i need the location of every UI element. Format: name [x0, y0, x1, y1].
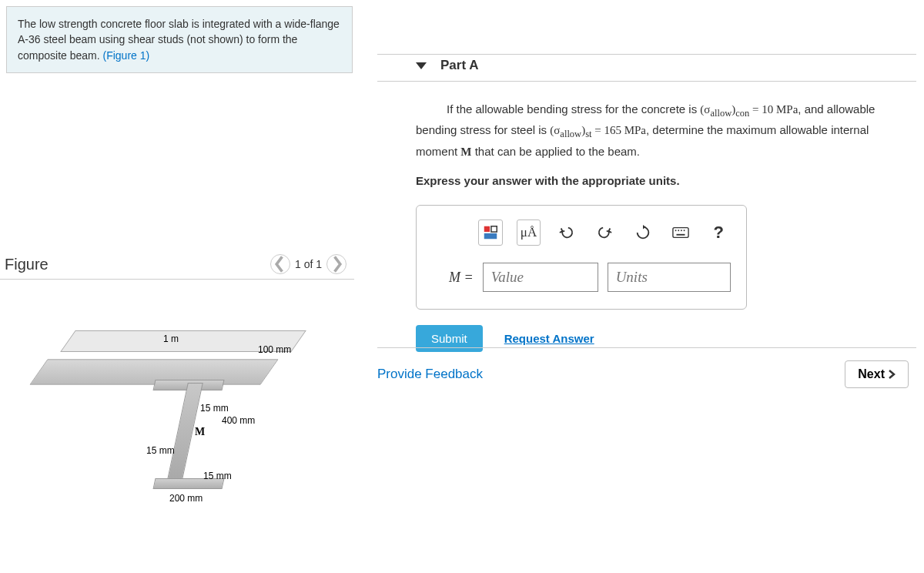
figure-canvas: 1 m 100 mm 15 mm 400 mm M 15 mm 15 mm 20…	[0, 303, 354, 549]
svg-point-6	[681, 230, 682, 232]
units-symbol-button[interactable]: μÅ	[517, 219, 541, 246]
dim-web-h: 400 mm	[222, 415, 255, 426]
footer-row: Provide Feedback Next	[377, 347, 916, 388]
next-button[interactable]: Next	[845, 360, 909, 388]
template-button[interactable]	[478, 219, 503, 246]
undo-button[interactable]	[554, 219, 578, 246]
variable-label: M =	[449, 270, 474, 286]
svg-rect-8	[676, 234, 685, 236]
request-answer-link[interactable]: Request Answer	[504, 332, 594, 345]
prev-figure-button[interactable]	[270, 254, 290, 274]
question-column: Part A If the allowable bending stress f…	[377, 54, 916, 352]
next-figure-button[interactable]	[326, 254, 346, 274]
figure-panel: Figure 1 of 1 1 m 100 mm 15 mm 400 mm M …	[0, 254, 354, 549]
svg-rect-3	[673, 228, 688, 238]
figure-pager: 1 of 1	[270, 254, 346, 274]
svg-rect-2	[484, 233, 497, 239]
answer-panel: μÅ ? M =	[416, 205, 747, 310]
svg-rect-1	[491, 226, 497, 232]
eq2: = 165 MPa	[591, 124, 646, 136]
chevron-right-icon	[327, 255, 346, 273]
M-var: M	[460, 146, 471, 158]
dim-bf: 200 mm	[169, 493, 203, 504]
pager-label: 1 of 1	[295, 258, 322, 270]
equation-toolbar: μÅ ?	[432, 219, 731, 246]
keyboard-icon	[672, 224, 689, 241]
value-input[interactable]	[483, 263, 598, 292]
next-label: Next	[858, 367, 885, 381]
instruction: Express your answer with the appropriate…	[416, 172, 909, 189]
part-header[interactable]: Part A	[377, 54, 916, 82]
units-input[interactable]	[608, 263, 731, 292]
reset-button[interactable]	[631, 219, 654, 246]
eq1: = 10 MPa	[749, 103, 798, 116]
redo-icon	[596, 224, 613, 241]
svg-point-7	[684, 230, 685, 232]
dim-slab-thk: 100 mm	[258, 344, 291, 355]
redo-button[interactable]	[593, 219, 617, 246]
caret-down-icon	[416, 62, 427, 69]
chevron-right-icon	[888, 370, 896, 379]
figure-link[interactable]: (Figure 1)	[103, 49, 150, 62]
dim-slab-width: 1 m	[163, 333, 179, 344]
undo-icon	[558, 224, 575, 241]
intro-text: The low strength concrete floor slab is …	[18, 18, 340, 62]
problem-intro: The low strength concrete floor slab is …	[6, 6, 353, 73]
moment-label: M	[195, 426, 205, 438]
chevron-left-icon	[271, 255, 290, 273]
provide-feedback-link[interactable]: Provide Feedback	[377, 367, 483, 382]
svg-rect-0	[484, 226, 490, 232]
part-title: Part A	[440, 58, 478, 73]
help-button[interactable]: ?	[707, 219, 731, 246]
dim-tw: 15 mm	[146, 445, 175, 456]
svg-point-4	[675, 230, 677, 232]
con-sub: con	[735, 108, 749, 119]
q-frag: If the allowable bending stress for the …	[447, 102, 700, 116]
allow-sub2: allow	[560, 129, 581, 139]
fraction-icon	[482, 224, 499, 241]
keyboard-button[interactable]	[668, 219, 692, 246]
question-text: If the allowable bending stress for the …	[377, 82, 916, 189]
q-frag4: that can be applied to the beam.	[472, 145, 641, 158]
dim-tf-top: 15 mm	[200, 403, 229, 414]
sigma: (σ	[700, 103, 710, 116]
allow-sub: allow	[710, 108, 732, 119]
svg-point-5	[678, 230, 679, 232]
dim-tf-bot: 15 mm	[203, 471, 232, 481]
reset-icon	[634, 224, 651, 241]
sigma2: (σ	[550, 124, 560, 136]
figure-title: Figure	[5, 256, 49, 273]
